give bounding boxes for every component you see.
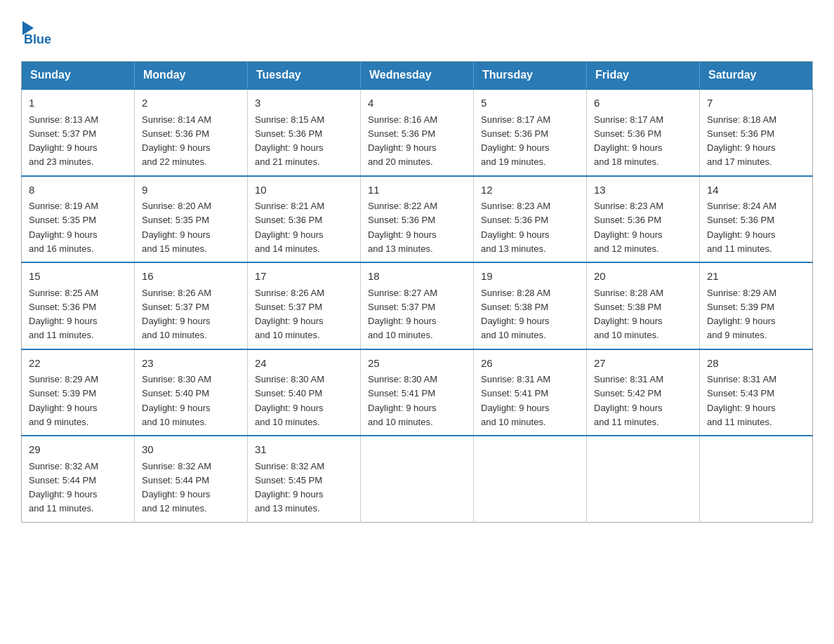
calendar-cell: 21Sunrise: 8:29 AMSunset: 5:39 PMDayligh… xyxy=(700,262,813,349)
day-number: 11 xyxy=(368,182,466,199)
day-info: Sunrise: 8:16 AMSunset: 5:36 PMDaylight:… xyxy=(368,114,437,168)
day-info: Sunrise: 8:30 AMSunset: 5:40 PMDaylight:… xyxy=(142,374,211,427)
day-number: 23 xyxy=(142,356,240,372)
header-row: SundayMondayTuesdayWednesdayThursdayFrid… xyxy=(22,62,813,90)
day-number: 24 xyxy=(255,356,353,372)
day-info: Sunrise: 8:29 AMSunset: 5:39 PMDaylight:… xyxy=(707,288,776,341)
calendar-cell xyxy=(587,436,700,522)
day-info: Sunrise: 8:31 AMSunset: 5:42 PMDaylight:… xyxy=(594,374,663,427)
day-info: Sunrise: 8:21 AMSunset: 5:36 PMDaylight:… xyxy=(255,201,324,254)
day-info: Sunrise: 8:25 AMSunset: 5:36 PMDaylight:… xyxy=(29,288,98,341)
calendar-cell: 14Sunrise: 8:24 AMSunset: 5:36 PMDayligh… xyxy=(700,176,813,263)
calendar-cell: 19Sunrise: 8:28 AMSunset: 5:38 PMDayligh… xyxy=(474,262,587,349)
calendar-cell: 16Sunrise: 8:26 AMSunset: 5:37 PMDayligh… xyxy=(135,262,248,349)
day-info: Sunrise: 8:28 AMSunset: 5:38 PMDaylight:… xyxy=(594,288,663,341)
day-info: Sunrise: 8:31 AMSunset: 5:43 PMDaylight:… xyxy=(707,374,776,427)
calendar-cell: 26Sunrise: 8:31 AMSunset: 5:41 PMDayligh… xyxy=(474,349,587,436)
header-sunday: Sunday xyxy=(22,62,135,90)
day-number: 10 xyxy=(255,182,353,199)
day-info: Sunrise: 8:20 AMSunset: 5:35 PMDaylight:… xyxy=(142,201,211,254)
calendar-cell: 25Sunrise: 8:30 AMSunset: 5:41 PMDayligh… xyxy=(361,349,474,436)
day-number: 22 xyxy=(29,356,127,372)
header-thursday: Thursday xyxy=(474,62,587,90)
header-wednesday: Wednesday xyxy=(361,62,474,90)
day-number: 16 xyxy=(142,269,240,285)
calendar-cell: 17Sunrise: 8:26 AMSunset: 5:37 PMDayligh… xyxy=(248,262,361,349)
day-info: Sunrise: 8:30 AMSunset: 5:41 PMDaylight:… xyxy=(368,374,437,427)
day-info: Sunrise: 8:32 AMSunset: 5:45 PMDaylight:… xyxy=(255,461,324,514)
day-info: Sunrise: 8:26 AMSunset: 5:37 PMDaylight:… xyxy=(255,288,324,341)
calendar-cell xyxy=(700,436,813,522)
calendar-cell: 13Sunrise: 8:23 AMSunset: 5:36 PMDayligh… xyxy=(587,176,700,263)
calendar-cell: 30Sunrise: 8:32 AMSunset: 5:44 PMDayligh… xyxy=(135,436,248,522)
header-friday: Friday xyxy=(587,62,700,90)
calendar-body: 1Sunrise: 8:13 AMSunset: 5:37 PMDaylight… xyxy=(22,89,813,522)
day-number: 4 xyxy=(368,95,466,112)
day-info: Sunrise: 8:28 AMSunset: 5:38 PMDaylight:… xyxy=(481,288,550,341)
calendar-cell xyxy=(474,436,587,522)
day-number: 30 xyxy=(142,442,240,458)
calendar-cell: 28Sunrise: 8:31 AMSunset: 5:43 PMDayligh… xyxy=(700,349,813,436)
day-info: Sunrise: 8:26 AMSunset: 5:37 PMDaylight:… xyxy=(142,288,211,341)
calendar-cell: 22Sunrise: 8:29 AMSunset: 5:39 PMDayligh… xyxy=(22,349,135,436)
calendar-table: SundayMondayTuesdayWednesdayThursdayFrid… xyxy=(21,61,813,523)
calendar-cell: 5Sunrise: 8:17 AMSunset: 5:36 PMDaylight… xyxy=(474,89,587,176)
calendar-cell: 24Sunrise: 8:30 AMSunset: 5:40 PMDayligh… xyxy=(248,349,361,436)
header-tuesday: Tuesday xyxy=(248,62,361,90)
calendar-week-3: 15Sunrise: 8:25 AMSunset: 5:36 PMDayligh… xyxy=(22,262,813,349)
calendar-cell: 10Sunrise: 8:21 AMSunset: 5:36 PMDayligh… xyxy=(248,176,361,263)
calendar-cell: 18Sunrise: 8:27 AMSunset: 5:37 PMDayligh… xyxy=(361,262,474,349)
day-info: Sunrise: 8:22 AMSunset: 5:36 PMDaylight:… xyxy=(368,201,437,254)
day-number: 2 xyxy=(142,95,240,112)
day-info: Sunrise: 8:23 AMSunset: 5:36 PMDaylight:… xyxy=(594,201,663,254)
calendar-cell: 6Sunrise: 8:17 AMSunset: 5:36 PMDaylight… xyxy=(587,89,700,176)
day-info: Sunrise: 8:17 AMSunset: 5:36 PMDaylight:… xyxy=(481,114,550,168)
day-info: Sunrise: 8:18 AMSunset: 5:36 PMDaylight:… xyxy=(707,114,776,168)
day-info: Sunrise: 8:14 AMSunset: 5:36 PMDaylight:… xyxy=(142,114,211,168)
calendar-header: SundayMondayTuesdayWednesdayThursdayFrid… xyxy=(22,62,813,90)
calendar-cell: 15Sunrise: 8:25 AMSunset: 5:36 PMDayligh… xyxy=(22,262,135,349)
calendar-cell: 23Sunrise: 8:30 AMSunset: 5:40 PMDayligh… xyxy=(135,349,248,436)
calendar-cell: 20Sunrise: 8:28 AMSunset: 5:38 PMDayligh… xyxy=(587,262,700,349)
logo: Blue xyxy=(21,21,51,47)
day-number: 18 xyxy=(368,269,466,285)
day-number: 25 xyxy=(368,356,466,372)
calendar-cell: 11Sunrise: 8:22 AMSunset: 5:36 PMDayligh… xyxy=(361,176,474,263)
day-number: 7 xyxy=(707,95,805,112)
day-info: Sunrise: 8:27 AMSunset: 5:37 PMDaylight:… xyxy=(368,288,437,341)
calendar-cell: 3Sunrise: 8:15 AMSunset: 5:36 PMDaylight… xyxy=(248,89,361,176)
day-info: Sunrise: 8:15 AMSunset: 5:36 PMDaylight:… xyxy=(255,114,324,168)
day-number: 28 xyxy=(707,356,805,372)
calendar-cell: 31Sunrise: 8:32 AMSunset: 5:45 PMDayligh… xyxy=(248,436,361,522)
day-info: Sunrise: 8:19 AMSunset: 5:35 PMDaylight:… xyxy=(29,201,98,254)
day-number: 17 xyxy=(255,269,353,285)
day-number: 21 xyxy=(707,269,805,285)
calendar-cell: 4Sunrise: 8:16 AMSunset: 5:36 PMDaylight… xyxy=(361,89,474,176)
day-number: 3 xyxy=(255,95,353,112)
calendar-cell xyxy=(361,436,474,522)
day-info: Sunrise: 8:23 AMSunset: 5:36 PMDaylight:… xyxy=(481,201,550,254)
day-number: 19 xyxy=(481,269,579,285)
logo-subtitle: Blue xyxy=(24,32,51,47)
calendar-week-4: 22Sunrise: 8:29 AMSunset: 5:39 PMDayligh… xyxy=(22,349,813,436)
calendar-cell: 12Sunrise: 8:23 AMSunset: 5:36 PMDayligh… xyxy=(474,176,587,263)
day-info: Sunrise: 8:24 AMSunset: 5:36 PMDaylight:… xyxy=(707,201,776,254)
day-number: 6 xyxy=(594,95,692,112)
calendar-cell: 2Sunrise: 8:14 AMSunset: 5:36 PMDaylight… xyxy=(135,89,248,176)
calendar-cell: 29Sunrise: 8:32 AMSunset: 5:44 PMDayligh… xyxy=(22,436,135,522)
calendar-week-5: 29Sunrise: 8:32 AMSunset: 5:44 PMDayligh… xyxy=(22,436,813,522)
day-info: Sunrise: 8:32 AMSunset: 5:44 PMDaylight:… xyxy=(142,461,211,514)
day-number: 13 xyxy=(594,182,692,199)
day-number: 29 xyxy=(29,442,127,458)
day-number: 1 xyxy=(29,95,127,112)
day-number: 5 xyxy=(481,95,579,112)
day-number: 15 xyxy=(29,269,127,285)
calendar-cell: 7Sunrise: 8:18 AMSunset: 5:36 PMDaylight… xyxy=(700,89,813,176)
header-saturday: Saturday xyxy=(700,62,813,90)
day-info: Sunrise: 8:31 AMSunset: 5:41 PMDaylight:… xyxy=(481,374,550,427)
day-info: Sunrise: 8:13 AMSunset: 5:37 PMDaylight:… xyxy=(29,114,98,168)
day-number: 20 xyxy=(594,269,692,285)
header-monday: Monday xyxy=(135,62,248,90)
day-number: 9 xyxy=(142,182,240,199)
calendar-week-2: 8Sunrise: 8:19 AMSunset: 5:35 PMDaylight… xyxy=(22,176,813,263)
